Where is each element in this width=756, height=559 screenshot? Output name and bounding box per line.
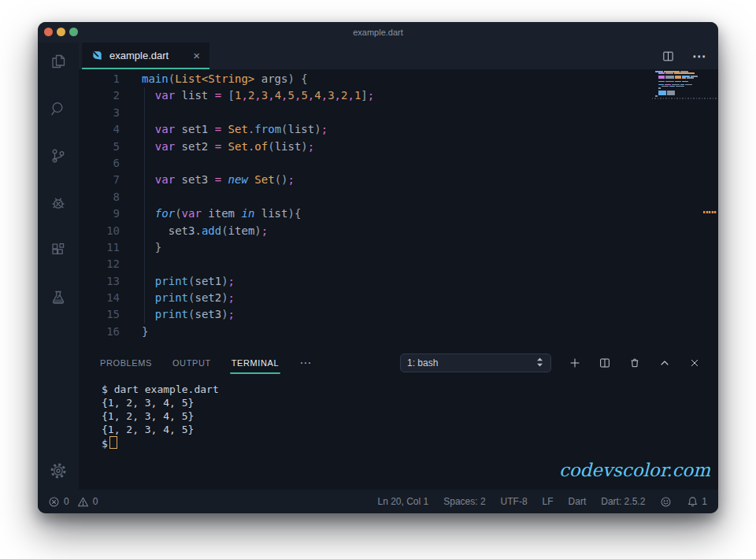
code-line[interactable]: 14 print(set2); — [79, 290, 718, 306]
tab-close-icon[interactable]: × — [193, 50, 200, 61]
test-flask-icon[interactable] — [49, 288, 68, 307]
status-item[interactable]: Spaces: 2 — [443, 496, 485, 507]
status-item[interactable]: Ln 20, Col 1 — [378, 496, 429, 507]
code-line[interactable]: 2 var list = [1,2,3,4,5,5,4,3,2,1]; — [79, 87, 718, 104]
code-line[interactable]: 4 var set1 = Set.from(list); — [79, 121, 718, 138]
panel-more-icon[interactable]: ⋯ — [299, 356, 312, 370]
debug-icon[interactable] — [49, 194, 68, 213]
feedback-smiley-icon[interactable] — [660, 496, 672, 508]
tab-example-dart[interactable]: example.dart × — [82, 43, 209, 69]
line-number: 2 — [79, 87, 120, 104]
zoom-window-button[interactable] — [69, 28, 78, 36]
code-line[interactable]: 10 set3.add(item); — [79, 223, 718, 239]
minimize-window-button[interactable] — [57, 28, 65, 36]
status-item[interactable]: Dart: 2.5.2 — [601, 496, 645, 507]
vscode-window: example.dart — [38, 22, 718, 513]
error-count: 0 — [64, 496, 69, 507]
line-number: 4 — [79, 121, 120, 138]
panel-tabs: PROBLEMSOUTPUTTERMINAL — [79, 358, 279, 368]
close-panel-icon[interactable] — [688, 357, 701, 369]
search-icon[interactable] — [49, 99, 68, 118]
line-number: 7 — [79, 172, 120, 188]
error-icon — [48, 496, 60, 508]
code-line[interactable]: 12 — [79, 256, 718, 272]
minimap-separator — [652, 98, 718, 99]
panel-tab-output[interactable]: OUTPUT — [172, 358, 211, 368]
watermark-text: codevscolor.com — [559, 460, 710, 480]
notifications-bell[interactable]: 1 — [687, 496, 707, 508]
terminal-line: {1, 2, 3, 4, 5} — [102, 423, 718, 436]
line-number: 10 — [79, 223, 120, 239]
split-editor-icon[interactable] — [662, 50, 675, 63]
line-number: 8 — [79, 189, 120, 205]
terminal-select[interactable]: 1: bash — [400, 354, 551, 372]
code-text: var set1 = Set.from(list); — [142, 121, 328, 138]
notification-count: 1 — [702, 496, 707, 507]
code-text: var set2 = Set.of(list); — [142, 139, 314, 155]
terminal-line: {1, 2, 3, 4, 5} — [102, 409, 718, 423]
extensions-icon[interactable] — [49, 241, 68, 260]
terminal-cursor — [109, 436, 117, 449]
line-number: 13 — [79, 273, 120, 290]
code-text: print(set2); — [142, 290, 235, 306]
more-actions-icon[interactable]: ⋯ — [692, 48, 706, 65]
code-line[interactable]: 11 } — [79, 239, 718, 256]
line-number: 5 — [79, 139, 120, 155]
line-number: 9 — [79, 205, 120, 222]
status-item[interactable]: Dart — [569, 496, 587, 507]
new-terminal-icon[interactable] — [569, 357, 581, 369]
line-number: 12 — [79, 256, 120, 272]
line-number: 14 — [79, 290, 120, 306]
line-number: 3 — [79, 105, 120, 121]
code-text: var set3 = new Set(); — [142, 172, 295, 188]
code-text: print(set3); — [142, 306, 235, 323]
panel-tab-problems[interactable]: PROBLEMS — [100, 358, 152, 368]
code-line[interactable]: 6 — [79, 155, 718, 172]
warning-count: 0 — [93, 496, 98, 507]
minimap-row — [655, 95, 713, 97]
settings-gear-icon[interactable] — [49, 461, 68, 480]
code-line[interactable]: 7 var set3 = new Set(); — [79, 172, 718, 188]
code-text: } — [142, 324, 148, 340]
code-line[interactable]: 1main(List<String> args) { — [79, 71, 718, 87]
window-title: example.dart — [38, 22, 718, 43]
terminal-lines: $ dart example.dart{1, 2, 3, 4, 5}{1, 2,… — [102, 383, 718, 436]
code-text: set3.add(item); — [142, 223, 268, 239]
status-item[interactable]: LF — [543, 496, 554, 507]
explorer-icon[interactable] — [49, 52, 68, 71]
status-bar: 0 0 Ln 20, Col 1Spaces: 2UTF-8LFDartDart… — [38, 490, 718, 513]
code-line[interactable]: 3 — [79, 105, 718, 121]
panel-tab-terminal[interactable]: TERMINAL — [232, 358, 279, 368]
line-number: 16 — [79, 324, 120, 340]
close-window-button[interactable] — [44, 28, 53, 36]
code-line[interactable]: 5 var set2 = Set.of(list); — [79, 139, 718, 155]
minimap[interactable] — [655, 71, 713, 98]
select-arrows-icon — [536, 357, 544, 370]
problems-status[interactable]: 0 0 — [38, 496, 98, 508]
tab-label: example.dart — [109, 50, 169, 61]
code-lines: 1main(List<String> args) {2 var list = [… — [79, 71, 718, 340]
activity-bar — [38, 43, 79, 490]
line-number: 11 — [79, 239, 120, 256]
terminal-output[interactable]: $ dart example.dart{1, 2, 3, 4, 5}{1, 2,… — [79, 383, 718, 450]
kill-terminal-icon[interactable] — [628, 357, 641, 369]
code-editor[interactable]: 1main(List<String> args) {2 var list = [… — [79, 69, 718, 350]
terminal-line: {1, 2, 3, 4, 5} — [102, 396, 718, 409]
code-line[interactable]: 15 print(set3); — [79, 306, 718, 323]
titlebar[interactable]: example.dart — [38, 22, 718, 43]
split-terminal-icon[interactable] — [598, 357, 611, 369]
overview-ruler-marker — [703, 211, 717, 213]
bell-icon — [687, 496, 699, 508]
code-text: main(List<String> args) { — [142, 71, 308, 87]
terminal-select-value: 1: bash — [407, 357, 438, 368]
code-line[interactable]: 9 for(var item in list){ — [79, 205, 718, 222]
editor-tab-bar: example.dart × ⋯ — [79, 43, 718, 69]
maximize-panel-icon[interactable] — [658, 357, 671, 369]
code-line[interactable]: 13 print(set1); — [79, 273, 718, 290]
code-line[interactable]: 16} — [79, 324, 718, 340]
status-item[interactable]: UTF-8 — [501, 496, 528, 507]
source-control-icon[interactable] — [49, 146, 68, 165]
status-segments: Ln 20, Col 1Spaces: 2UTF-8LFDartDart: 2.… — [378, 496, 646, 507]
code-line[interactable]: 8 — [79, 189, 718, 205]
indent-guide — [144, 87, 145, 324]
